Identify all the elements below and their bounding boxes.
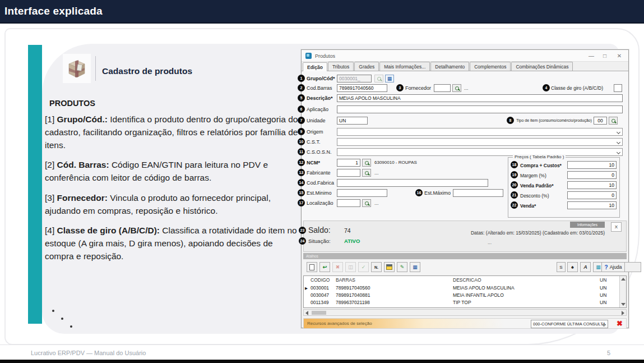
grid-row[interactable]: 0030047 7898917040881 MEIA INFANTIL APOL… (304, 292, 619, 300)
desconto-label: Desconto (%) (520, 193, 549, 199)
tab-edicao[interactable]: Edição (303, 62, 327, 71)
footer-divider (0, 344, 644, 345)
maximize-button[interactable]: □ (600, 52, 609, 60)
unidade-input[interactable]: UN (337, 117, 368, 125)
compra-custos-input[interactable]: 10 (567, 161, 617, 169)
item-number: [4] (45, 226, 57, 235)
highlight-button[interactable] (384, 262, 395, 272)
autoformat-button[interactable]: A (580, 262, 591, 272)
note-button[interactable]: N. (371, 262, 382, 272)
magnifier-icon (365, 201, 369, 205)
margem-input[interactable]: 0 (567, 171, 617, 179)
tab-tributos[interactable]: Tributos (328, 62, 354, 71)
cod-barras-input[interactable]: 7898917040560 (337, 84, 387, 92)
magnifier-icon (365, 171, 369, 175)
spade-icon-button[interactable]: ♠ (567, 262, 578, 272)
ellipsis-dot (70, 325, 72, 328)
highlighter-icon (386, 264, 392, 270)
fornecedor-label: Fornecedor (405, 85, 431, 91)
edit-record-button[interactable]: ↩ (319, 262, 330, 272)
scroll-right-icon[interactable] (622, 311, 624, 315)
datas-text: Datas: (Alterado em: 15/03/2025) (Cadast… (471, 230, 605, 236)
fabricante-dots: ... (374, 170, 379, 176)
ncm-search-icon[interactable] (362, 159, 371, 167)
tab-complementos[interactable]: Complementos (470, 62, 511, 71)
tipo-item-label: Tipo de item (consumo/comércio/produção) (516, 118, 592, 122)
new-record-button[interactable] (307, 262, 317, 272)
grupo-input[interactable]: 0030001_ (337, 75, 372, 82)
grupo-grid-icon[interactable]: ▦ (385, 75, 394, 82)
ncm-input[interactable]: 1 (337, 159, 360, 167)
horizontal-scrollbar[interactable] (303, 309, 627, 316)
item-term: Classe de giro (A/B/C/D): (57, 226, 160, 235)
aplicacao-input[interactable] (337, 105, 623, 113)
scroll-up-icon[interactable] (621, 278, 626, 281)
tipo-item-input[interactable]: 00 (594, 117, 607, 125)
badge-1: 1 (298, 75, 305, 82)
col-descricao[interactable]: DESCRICAO (453, 277, 481, 283)
cst-label: C.S.T. (307, 139, 321, 145)
descricao-input[interactable]: MEIAS APOLO MASCULINA (337, 94, 623, 102)
copy-record-button[interactable]: ◫ (345, 262, 356, 272)
minimize-button[interactable]: — (587, 52, 596, 60)
col-codigo[interactable]: CODIGO (311, 277, 330, 283)
localizacao-search-icon[interactable] (362, 199, 371, 207)
tab-mais-informacoes[interactable]: Mais Informações... (379, 62, 430, 71)
grupo-search-icon[interactable] (374, 75, 383, 82)
csosn-label: C.S.O.S.N. (307, 149, 332, 155)
badge-24: 24 (299, 237, 306, 245)
origem-dropdown[interactable] (337, 128, 623, 136)
fornecedor-search-icon[interactable] (452, 84, 461, 92)
scroll-left-icon[interactable] (305, 311, 308, 315)
window-titlebar[interactable]: Produtos — □ ✕ (302, 50, 628, 62)
saldo-value: 74 (344, 227, 351, 234)
pen-button[interactable]: ✎ (397, 262, 407, 272)
fabricante-search-icon[interactable] (362, 169, 371, 177)
confirm-button[interactable]: ✓ (358, 262, 369, 272)
csosn-dropdown[interactable] (337, 148, 623, 156)
tipo-item-search-icon[interactable] (609, 117, 618, 125)
desconto-input[interactable]: 0 (567, 191, 617, 199)
close-button[interactable]: ✕ (615, 52, 624, 60)
unidade-label: Unidade (307, 118, 326, 123)
venda-padrao-input[interactable]: 10 (567, 181, 617, 189)
est-maximo-input[interactable] (453, 189, 503, 197)
fabricante-input[interactable] (337, 169, 360, 177)
scrollbar-thumb[interactable] (312, 311, 326, 315)
table-view-button[interactable]: ▦ (410, 262, 420, 272)
fornecedor-input[interactable] (434, 84, 451, 92)
tab-grades[interactable]: Grades (354, 62, 379, 71)
s-button[interactable]: S (557, 262, 566, 272)
toolbar: ↩ ✖ ◫ ✓ N. ✎ ▦ S ♠ A ▦ H? ? Ajuda (303, 260, 627, 274)
classe-giro-input[interactable] (614, 84, 622, 92)
tab-combinacoes[interactable]: Combinações Dinâmicas (511, 62, 573, 71)
venda-input[interactable]: 10 (567, 201, 617, 209)
cell-codigo: 0030047 (311, 292, 329, 298)
grid-row-selected[interactable]: ▶ 0030001 7898917040560 MEIAS APOLO MASC… (304, 285, 619, 292)
consulta-dropdown[interactable]: 000-CONFORME ÚLTIMA CONSULTA (531, 320, 608, 328)
magnifier-icon (611, 119, 615, 123)
delete-record-button[interactable]: ✖ (332, 262, 343, 272)
cst-dropdown[interactable] (337, 138, 623, 146)
cancel-filter-icon[interactable]: ✖ (617, 319, 623, 328)
recursos-avancados-label[interactable]: Recursos avançados de seleção (304, 319, 504, 328)
est-minimo-input[interactable] (337, 189, 387, 197)
footer-text: Lucrativo ERP/PDV — Manual do Usuário (31, 350, 146, 356)
scroll-down-icon[interactable] (621, 303, 626, 306)
results-grid: CODIGO BARRAS DESCRICAO UN ▶ 0030001 789… (303, 275, 627, 308)
informacoes-button[interactable]: Informações (570, 222, 605, 228)
cod-fabrica-input[interactable] (337, 179, 488, 187)
grid-row[interactable]: 0011349 7899637021198 TIP TOP UN (304, 300, 619, 307)
filter-bar: Recursos avançados de seleção 000-CONFOR… (303, 318, 627, 329)
badge-12: 12 (298, 159, 305, 166)
saldo-label: Saldo: (308, 226, 331, 235)
classe-giro-label: Classe de giro (A/B/C/D) (551, 85, 603, 91)
item-number: [2] (45, 160, 57, 169)
ajuda-button[interactable]: ? Ajuda (601, 262, 625, 272)
col-barras[interactable]: BARRAS (336, 277, 355, 283)
panel-close-button[interactable]: X (611, 222, 622, 232)
vertical-scrollbar[interactable] (619, 276, 626, 307)
col-un[interactable]: UN (600, 277, 606, 283)
tab-detalhamento[interactable]: Detalhamento (430, 62, 469, 71)
localizacao-input[interactable] (337, 199, 360, 207)
